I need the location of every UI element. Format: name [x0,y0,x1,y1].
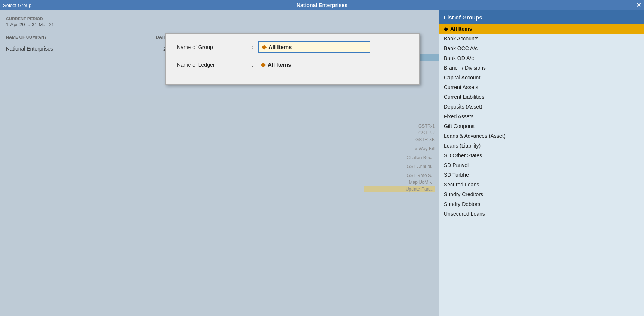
list-item-label-2: Bank OCC A/c [444,45,478,51]
list-item-9[interactable]: Fixed Assets [439,112,644,121]
gst-annual-item: GST Annual... [364,163,435,170]
list-item-label-15: SD Turbhe [444,172,469,178]
name-of-group-label: Name of Group [177,44,252,50]
gst-sub-items: GSTR-1 GSTR-2 GSTR-3B e-Way Bill Challan… [364,123,439,192]
gstr1-item: GSTR-1 [364,123,435,130]
list-item-3[interactable]: Bank OD A/c [439,53,644,63]
diamond-icon-1: ◆ [262,43,266,51]
name-of-ledger-input[interactable]: ◆ All Items [258,60,370,70]
name-of-group-input[interactable]: ◆ All Items [258,41,370,53]
list-item-label-6: Current Assets [444,84,478,90]
list-item-label-11: Loans & Advances (Asset) [444,133,505,139]
list-item-4[interactable]: Branch / Divisions [439,63,644,73]
list-item-17[interactable]: Sundry Creditors [439,189,644,199]
list-item-label-16: Secured Loans [444,182,479,188]
list-item-label-4: Branch / Divisions [444,65,486,71]
list-item-label-5: Capital Account [444,75,480,80]
gstr2-item: GSTR-2 [364,130,435,136]
window-title-left: Select Group [3,3,31,8]
name-of-ledger-label: Name of Ledger [177,62,252,68]
map-uom-item: Map UoM -... [364,179,435,186]
list-item-label-19: Unsecured Loans [444,211,485,217]
colon-2: : [252,62,253,68]
list-item-12[interactable]: Loans (Liability) [439,141,644,151]
select-group-dialog: Name of Group : ◆ All Items Name of Ledg… [165,33,420,85]
list-item-label-12: Loans (Liability) [444,143,481,149]
list-item-label-3: Bank OD A/c [444,55,474,61]
main-area: CURRENT PERIOD 1-Apr-20 to 31-Mar-21 NAM… [0,10,644,316]
list-of-groups-panel: List of Groups ◆ All ItemsBank AccountsB… [439,10,644,316]
list-item-label-9: Fixed Assets [444,113,473,119]
list-item-8[interactable]: Deposits (Asset) [439,102,644,112]
list-item-6[interactable]: Current Assets [439,82,644,92]
window-title-center: National Enterprises [297,2,347,8]
list-item-10[interactable]: Gift Coupons [439,121,644,131]
list-item-14[interactable]: SD Panvel [439,160,644,170]
list-item-0[interactable]: ◆ All Items [439,24,644,34]
diamond-icon-2: ◆ [261,61,265,68]
list-item-7[interactable]: Current Liabilities [439,92,644,102]
list-item-label-1: Bank Accounts [444,36,479,42]
list-item-label-13: SD Other States [444,152,482,158]
list-item-label-17: Sundry Creditors [444,191,483,197]
list-panel-body: ◆ All ItemsBank AccountsBank OCC A/cBank… [439,24,644,316]
name-of-company-header: NAME OF COMPANY [6,35,156,39]
list-item-label-14: SD Panvel [444,162,469,168]
company-name: National Enterprises [6,46,118,52]
name-of-group-row: Name of Group : ◆ All Items [177,41,408,53]
eway-bill-item: e-Way Bill [364,145,435,152]
gstr3b-item: GSTR-3B [364,136,435,143]
list-item-19[interactable]: Unsecured Loans [439,209,644,219]
list-item-2[interactable]: Bank OCC A/c [439,43,644,53]
close-button[interactable]: ✕ [636,2,641,8]
list-item-18[interactable]: Sundry Debtors [439,199,644,209]
list-item-16[interactable]: Secured Loans [439,180,644,189]
update-part-item: Update Part... [364,186,435,192]
list-item-label-8: Deposits (Asset) [444,104,482,110]
list-item-diamond-0: ◆ [444,26,448,32]
name-of-ledger-row: Name of Ledger : ◆ All Items [177,60,408,70]
name-of-ledger-value: All Items [268,61,291,68]
list-item-label-18: Sundry Debtors [444,201,480,207]
colon-1: : [252,44,253,50]
list-item-11[interactable]: Loans & Advances (Asset) [439,131,644,141]
list-panel-header: List of Groups [439,10,644,24]
gst-rate-item: GST Rate S... [364,172,435,179]
challan-rec-item: Challan Rec... [364,154,435,161]
list-item-label-10: Gift Coupons [444,123,475,129]
title-bar: Select Group National Enterprises ✕ [0,0,644,10]
list-item-1[interactable]: Bank Accounts [439,34,644,43]
list-item-13[interactable]: SD Other States [439,151,644,160]
name-of-group-value: All Items [268,44,292,50]
list-item-label-7: Current Liabilities [444,94,484,100]
list-item-label-0: All Items [450,26,472,32]
list-item-15[interactable]: SD Turbhe [439,170,644,180]
list-item-5[interactable]: Capital Account [439,73,644,82]
